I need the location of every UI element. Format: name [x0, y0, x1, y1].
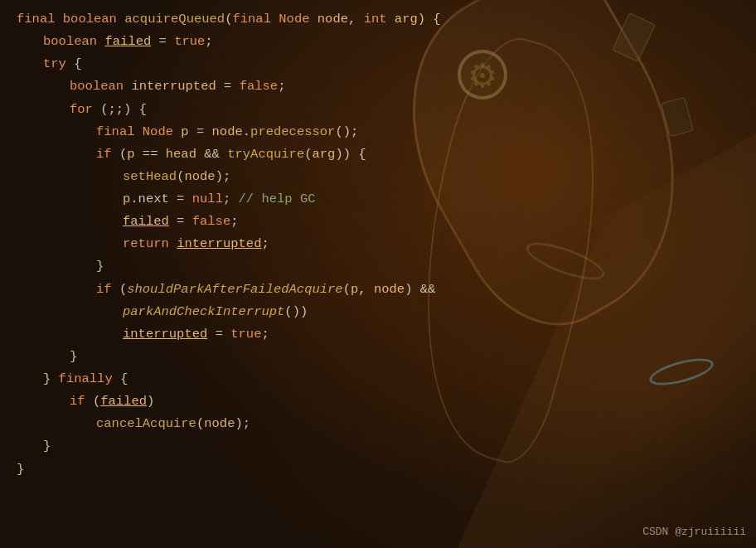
code-token: = [216, 75, 240, 98]
code-token: false [192, 211, 231, 233]
code-token: ) { [418, 8, 441, 31]
code-token: final [96, 121, 143, 143]
code-token: ( [304, 143, 312, 166]
code-token: interrupted [177, 233, 261, 255]
code-line: cancelAcquire(node); [17, 413, 739, 435]
code-token: ); [216, 166, 231, 188]
code-token: tryAcquire [227, 143, 304, 166]
code-token: int [364, 8, 395, 31]
code-token: cancelAcquire [96, 413, 196, 435]
code-token: try [43, 53, 66, 75]
code-token: arg [313, 143, 336, 166]
code-token: shouldParkAfterFailedAcquire [127, 279, 342, 301]
code-token: } [96, 255, 104, 278]
code-token: failed [104, 31, 151, 53]
code-token: } [70, 346, 77, 368]
code-token: ( [112, 143, 128, 166]
code-line: boolean interrupted = false; [17, 75, 739, 98]
code-token: interrupted [123, 323, 207, 346]
code-token: ( [343, 279, 351, 301]
code-line: } [17, 435, 739, 458]
code-token: ( [225, 8, 232, 31]
code-token: null [192, 188, 223, 211]
code-token: node [317, 8, 348, 31]
code-token: final [232, 8, 279, 31]
code-line: failed = false; [17, 211, 739, 233]
code-token: ) [147, 390, 154, 413]
code-token: p [127, 143, 134, 166]
code-line: final boolean acquireQueued(final Node n… [17, 8, 739, 31]
code-token: final [17, 8, 63, 31]
code-line: interrupted = true; [17, 323, 739, 346]
code-token: setHead [123, 166, 177, 188]
code-token: for [70, 99, 93, 121]
code-token: , [358, 279, 374, 301]
code-token: ; [230, 211, 238, 233]
code-token: && [196, 143, 227, 166]
code-line: final Node p = node.predecessor(); [17, 121, 739, 143]
code-line: setHead(node); [17, 166, 739, 188]
code-token: ; [278, 75, 285, 98]
watermark: CSDN @zjruiiiiii [642, 526, 746, 538]
code-line: } [17, 458, 739, 481]
code-token: = [151, 31, 174, 53]
code-line: if (p == head && tryAcquire(arg)) { [17, 143, 739, 166]
code-token: parkAndCheckInterrupt [123, 301, 284, 323]
code-token: boolean [63, 8, 124, 31]
code-token: predecessor [250, 121, 335, 143]
code-token: } [17, 458, 24, 481]
code-token: Node [143, 121, 182, 143]
code-token: if [70, 390, 85, 413]
code-token: = [207, 323, 230, 346]
code-token: . [243, 121, 250, 143]
code-token: ) && [405, 279, 435, 301]
code-line: } [17, 346, 739, 368]
code-token: node [204, 413, 235, 435]
code-token: node [184, 166, 215, 188]
code-token: true [230, 323, 261, 346]
code-token: boolean [70, 75, 131, 98]
code-token: )) { [335, 143, 366, 166]
code-token: ); [235, 413, 250, 435]
code-token: if [96, 279, 112, 301]
code-token: } [43, 368, 59, 390]
code-token: failed [100, 390, 147, 413]
code-token: node [374, 279, 405, 301]
code-token: ( [177, 166, 184, 188]
code-token: { [113, 368, 128, 390]
code-token: ; [205, 31, 212, 53]
code-token: .next = [130, 188, 191, 211]
code-token: ( [112, 279, 128, 301]
code-token: // help GC [239, 188, 316, 211]
code-token: true [174, 31, 205, 53]
code-line: return interrupted; [17, 233, 739, 255]
code-token: p [181, 121, 188, 143]
code-container: final boolean acquireQueued(final Node n… [0, 0, 756, 548]
code-token: if [96, 143, 112, 166]
code-line: try { [17, 53, 739, 75]
code-token: p [123, 188, 130, 211]
code-line: boolean failed = true; [17, 31, 739, 53]
code-token: ( [85, 390, 101, 413]
code-token: ( [196, 413, 204, 435]
code-token: } [43, 435, 51, 458]
code-token: (); [335, 121, 358, 143]
code-token: head [166, 143, 196, 166]
code-token: = [189, 121, 212, 143]
code-token: failed [123, 211, 169, 233]
code-token: { [66, 53, 82, 75]
code-token: = [169, 211, 192, 233]
code-token: Node [279, 8, 317, 31]
code-token: ; [261, 323, 269, 346]
code-line: if (shouldParkAfterFailedAcquire(p, node… [17, 279, 739, 301]
code-token: boolean [43, 31, 104, 53]
code-token: p [351, 279, 358, 301]
code-token: finally [59, 368, 113, 390]
code-token: acquireQueued [124, 8, 225, 31]
code-token: ; [223, 188, 239, 211]
code-token: , [348, 8, 364, 31]
code-token: interrupted [131, 75, 216, 98]
code-token: false [240, 75, 279, 98]
code-line: if (failed) [17, 390, 739, 413]
code-token: ()) [284, 301, 308, 323]
